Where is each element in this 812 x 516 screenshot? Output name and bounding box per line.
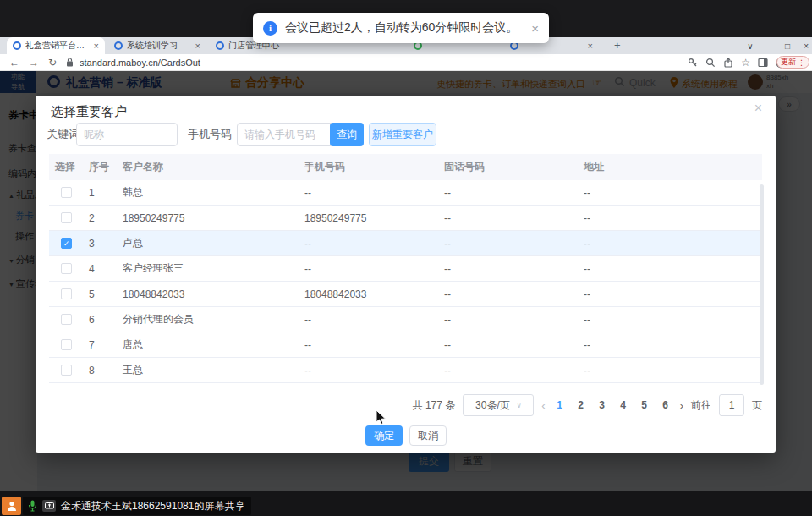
cell-no: 7	[83, 339, 117, 351]
table-scrollbar[interactable]	[760, 184, 764, 385]
side-panel-icon[interactable]	[758, 58, 768, 68]
share-status-pill: 金禾通技术王斌18662591081的屏幕共享	[23, 497, 251, 515]
cell-no: 2	[83, 212, 117, 224]
tab-close-icon[interactable]: ×	[195, 41, 200, 51]
add-important-customer-button[interactable]: 新增重要客户	[369, 123, 436, 146]
cell-addr: --	[578, 263, 762, 275]
page-number[interactable]: 6	[659, 399, 672, 411]
prev-page-icon[interactable]: ‹	[541, 399, 545, 412]
maximize-icon[interactable]: □	[785, 41, 790, 51]
share-icon[interactable]	[723, 58, 733, 68]
refresh-icon[interactable]: ↻	[48, 57, 57, 69]
row-checkbox[interactable]	[61, 187, 72, 198]
browser-update-button[interactable]: 更新 ⋮	[776, 56, 809, 69]
cell-tel: --	[438, 365, 578, 376]
table-row[interactable]: ✓ 3 卢总 -- -- --	[49, 231, 762, 256]
tab-title: 系统培训学习	[127, 40, 191, 52]
col-select: 选择	[49, 160, 83, 174]
cell-name: 卢总	[117, 236, 299, 250]
cell-no: 1	[83, 187, 117, 199]
col-no: 序号	[83, 160, 117, 174]
page-number[interactable]: 4	[617, 399, 630, 411]
keyword-label: 关键词	[47, 123, 80, 146]
keyword-input[interactable]	[76, 123, 178, 146]
screen-share-icon	[42, 500, 56, 512]
row-checkbox[interactable]	[61, 365, 72, 376]
search-button[interactable]: 查询	[330, 123, 364, 146]
browser-toolbar: ← → ↻ standard.maboy.cn/CardsOut ☆ 更新 ⋮	[0, 54, 812, 71]
tab-favicon	[13, 41, 21, 50]
page-size-select[interactable]: 30条/页 ∨	[463, 394, 534, 416]
forward-icon[interactable]: →	[29, 57, 39, 69]
row-checkbox[interactable]	[61, 288, 72, 299]
cell-name: 18048842033	[117, 288, 299, 300]
banner-close-icon[interactable]: ×	[531, 21, 539, 36]
table-row[interactable]: 2 18950249775 18950249775 -- --	[49, 206, 762, 231]
tab-favicon	[114, 41, 123, 50]
browser-tab-training[interactable]: 系统培训学习 ×	[108, 37, 206, 54]
cell-name: 客户经理张三	[117, 261, 299, 276]
next-page-icon[interactable]: ›	[680, 399, 683, 412]
tab-favicon	[216, 41, 224, 50]
url-text[interactable]: standard.maboy.cn/CardsOut	[80, 58, 200, 68]
tab-close-icon[interactable]: ×	[94, 41, 99, 51]
dialog-title: 选择重要客户	[51, 104, 127, 120]
cell-name: 韩总	[117, 185, 299, 200]
page-number[interactable]: 2	[574, 399, 588, 411]
row-checkbox[interactable]: ✓	[61, 238, 72, 249]
table-row[interactable]: 7 唐总 -- -- --	[49, 332, 762, 358]
cell-phone: --	[299, 365, 438, 376]
cancel-button[interactable]: 取消	[409, 425, 447, 446]
bookmark-star-icon[interactable]: ☆	[741, 57, 750, 69]
goto-page-input[interactable]	[719, 394, 744, 416]
lock-icon	[66, 58, 74, 67]
confirm-button[interactable]: 确定	[365, 425, 403, 446]
row-checkbox[interactable]	[61, 339, 72, 350]
cell-no: 3	[83, 238, 117, 250]
back-icon[interactable]: ←	[9, 57, 19, 69]
browser-tab-gift-admin[interactable]: 礼盒营销平台管理中心 ×	[7, 37, 105, 54]
profile-chevron-icon[interactable]: ∨	[747, 41, 753, 51]
table-row[interactable]: 8 王总 -- -- --	[49, 358, 762, 383]
cell-phone: --	[299, 339, 438, 351]
cell-name: 王总	[117, 363, 299, 377]
new-tab-button[interactable]: +	[614, 39, 621, 52]
page-size-value: 30条/页	[475, 398, 510, 413]
cell-phone: --	[299, 187, 438, 199]
table-row[interactable]: 1 韩总 -- -- --	[49, 180, 762, 206]
cell-phone: --	[299, 238, 438, 250]
cell-no: 4	[83, 263, 117, 275]
cell-name: 唐总	[117, 338, 299, 352]
cell-tel: --	[438, 339, 578, 351]
cell-tel: --	[438, 314, 578, 326]
minimize-icon[interactable]: –	[767, 41, 772, 51]
cell-tel: --	[438, 238, 578, 250]
sharer-avatar	[2, 497, 21, 515]
table-row[interactable]: 6 分销代理的会员 -- -- --	[49, 307, 762, 332]
total-count: 共 177 条	[413, 398, 456, 413]
tab-close-icon[interactable]: ×	[588, 41, 593, 51]
customer-table: 选择 序号 客户名称 手机号码 固话号码 地址 1 韩总 -- -- -- 2 …	[49, 154, 762, 383]
dialog-close-icon[interactable]: ×	[754, 101, 762, 116]
page-number[interactable]: 1	[553, 399, 567, 411]
row-checkbox[interactable]	[61, 263, 72, 274]
window-close-icon[interactable]: ×	[804, 41, 809, 51]
window-controls: ∨ – □ ×	[747, 37, 809, 54]
menu-dots-icon[interactable]: ⋮	[798, 58, 805, 67]
page-number[interactable]: 3	[595, 399, 609, 411]
row-checkbox[interactable]	[61, 314, 72, 325]
update-label: 更新	[781, 57, 796, 68]
tab-title: 礼盒营销平台管理中心	[25, 40, 90, 52]
cell-addr: --	[578, 212, 762, 224]
goto-suffix: 页	[752, 398, 762, 413]
col-addr: 地址	[578, 160, 762, 174]
page-number[interactable]: 5	[638, 399, 651, 411]
cell-name: 分销代理的会员	[117, 312, 299, 327]
row-checkbox[interactable]	[61, 212, 72, 223]
phone-input[interactable]	[237, 123, 342, 146]
key-icon[interactable]	[688, 58, 698, 68]
zoom-icon[interactable]	[705, 58, 716, 68]
table-row[interactable]: 4 客户经理张三 -- -- --	[49, 256, 762, 282]
toolbar-right-icons: ☆	[688, 54, 787, 71]
table-row[interactable]: 5 18048842033 18048842033 -- --	[49, 282, 762, 307]
